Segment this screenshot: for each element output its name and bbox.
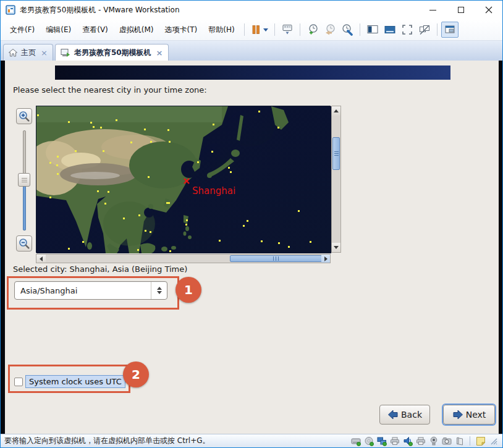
scroll-left-icon[interactable] (36, 255, 46, 263)
map-zoom-in-button[interactable] (16, 108, 32, 124)
toolbar-separator (244, 23, 245, 36)
manage-snapshots-icon (341, 23, 353, 36)
scroll-up-icon[interactable] (332, 106, 340, 116)
toolbar-separator (360, 23, 360, 36)
scroll-right-icon[interactable] (321, 255, 330, 263)
map-zoom-slider-handle[interactable] (18, 173, 30, 187)
menu-file[interactable]: 文件(F) (4, 21, 40, 39)
vmware-window: 老男孩教育50期模板机 - VMware Workstation 文件(F) 编… (0, 0, 503, 448)
library-panel-button[interactable] (364, 22, 381, 38)
revert-snapshot-button[interactable] (321, 22, 339, 38)
selected-city-text: Selected city: Shanghai, Asia (Beijing T… (13, 264, 187, 274)
revert-snapshot-icon (324, 23, 336, 36)
installer-header-banner (55, 66, 450, 80)
thumbnail-bar-icon (384, 23, 396, 36)
timezone-prompt: Please select the nearest city in your t… (13, 85, 207, 95)
console-view-button[interactable] (441, 22, 459, 38)
scroll-down-icon[interactable] (332, 243, 340, 252)
minimize-icon (429, 10, 436, 11)
printer-icon[interactable] (389, 436, 400, 446)
annotation-rect-2 (8, 365, 130, 393)
menu-view[interactable]: 查看(V) (77, 21, 114, 39)
home-icon (9, 49, 17, 57)
tab-vm-close-icon[interactable]: × (156, 49, 163, 57)
horizontal-scroll-thumb[interactable] (230, 255, 322, 262)
dropdown-caret-icon (263, 28, 268, 32)
map-zoom-out-button[interactable] (16, 235, 32, 251)
tab-home[interactable]: 主页 × (3, 44, 53, 61)
vertical-scroll-thumb[interactable] (332, 137, 340, 170)
manage-snapshots-button[interactable] (339, 22, 356, 38)
menu-bar: 文件(F) 编辑(E) 查看(V) 虚拟机(M) 选项卡(T) 帮助(H) (1, 19, 502, 41)
annotation-rect-1 (7, 276, 179, 310)
pause-button[interactable] (248, 22, 271, 38)
maximize-button[interactable] (447, 1, 475, 19)
menu-edit[interactable]: 编辑(E) (40, 21, 77, 39)
tab-home-label: 主页 (21, 48, 36, 58)
sound-icon[interactable] (402, 436, 413, 446)
next-label: Next (466, 410, 486, 420)
pause-icon (251, 25, 261, 35)
menu-vm[interactable]: 虚拟机(M) (114, 21, 159, 39)
title-bar: 老男孩教育50期模板机 - VMware Workstation (1, 1, 502, 19)
ctrl-alt-del-icon (281, 23, 294, 36)
timezone-map[interactable]: Shanghai (36, 106, 331, 253)
minimize-button[interactable] (419, 1, 447, 19)
close-icon (485, 6, 492, 14)
shanghai-label: Shanghai (192, 185, 235, 197)
tab-vm[interactable]: 老男孩教育50期模板机 × (55, 44, 169, 61)
cdrom-icon[interactable] (363, 436, 374, 446)
take-snapshot-icon (306, 23, 319, 36)
back-button[interactable]: Back (379, 405, 430, 425)
map-horizontal-scrollbar[interactable] (36, 254, 331, 263)
fullscreen-button[interactable] (399, 22, 416, 38)
guest-screen: Please select the nearest city in your t… (5, 61, 499, 435)
folder-icon[interactable] (454, 436, 465, 446)
maximize-icon (458, 7, 464, 13)
vm-icon (61, 48, 70, 57)
toolbar-separator (274, 23, 275, 36)
hard-disk-icon[interactable] (350, 436, 361, 446)
back-arrow-icon (387, 410, 399, 420)
zoom-out-icon (19, 238, 30, 250)
tab-vm-label: 老男孩教育50期模板机 (74, 48, 151, 58)
tab-home-close-icon[interactable]: × (41, 49, 48, 57)
unity-button[interactable] (416, 22, 433, 38)
unity-icon (418, 23, 431, 36)
fullscreen-icon (401, 23, 413, 36)
network-adapter-icon[interactable] (376, 436, 387, 446)
map-vertical-scrollbar[interactable] (331, 106, 341, 253)
status-separator (470, 436, 470, 446)
ctrl-alt-del-button[interactable] (279, 22, 296, 38)
menu-tabs[interactable]: 选项卡(T) (159, 21, 203, 39)
note-icon[interactable] (475, 436, 486, 446)
vmware-app-icon (6, 5, 15, 15)
toolbar-separator (437, 23, 437, 36)
vm-console[interactable]: Please select the nearest city in your t… (1, 61, 502, 435)
annotation-badge-2: 2 (123, 361, 149, 387)
take-snapshot-button[interactable] (304, 22, 321, 38)
next-arrow-icon (452, 410, 463, 420)
back-label: Back (401, 410, 422, 420)
tab-bar: 主页 × 老男孩教育50期模板机 × (1, 41, 502, 61)
map-zoom-slider-fill (23, 186, 26, 230)
console-view-icon (444, 23, 456, 36)
window-title: 老男孩教育50期模板机 - VMware Workstation (20, 5, 180, 15)
menu-help[interactable]: 帮助(H) (203, 21, 240, 39)
thumbnail-bar-button[interactable] (381, 22, 399, 38)
camera-icon[interactable] (441, 436, 452, 446)
resize-grip-icon[interactable] (488, 436, 499, 446)
close-button[interactable] (475, 1, 502, 19)
annotation-badge-1: 1 (175, 277, 201, 303)
library-panel-icon (366, 23, 379, 36)
status-message: 要将输入定向到该虚拟机，请在虚拟机内部单击或按 Ctrl+G。 (4, 436, 350, 446)
printer2-icon[interactable] (415, 436, 426, 446)
zoom-in-icon (19, 111, 30, 122)
webcam-icon[interactable] (428, 436, 439, 446)
toolbar-separator (300, 23, 300, 36)
status-bar: 要将输入定向到该虚拟机，请在虚拟机内部单击或按 Ctrl+G。 (1, 434, 502, 447)
next-button[interactable]: Next (443, 405, 495, 425)
